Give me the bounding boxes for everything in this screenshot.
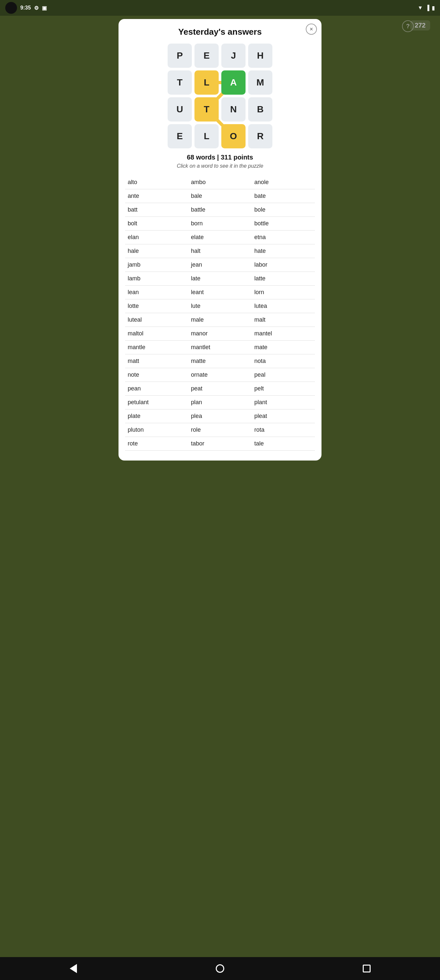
- status-right: ▼ ▐ ▮: [418, 5, 435, 11]
- word-item[interactable]: ante: [125, 189, 188, 203]
- word-item[interactable]: hate: [252, 244, 315, 258]
- status-bar: 9:35 ⚙ ▣ ▼ ▐ ▮: [0, 0, 440, 16]
- hint-line: Click on a word to see it in the puzzle: [125, 163, 315, 169]
- word-item[interactable]: bole: [252, 203, 315, 217]
- word-item[interactable]: ornate: [188, 368, 251, 382]
- letter-cell-T-2-1[interactable]: T: [194, 97, 219, 121]
- stats-line: 68 words | 311 points: [125, 154, 315, 161]
- wifi-icon: ▼: [418, 5, 423, 11]
- word-item[interactable]: lotte: [125, 299, 188, 313]
- word-item[interactable]: lorn: [252, 286, 315, 299]
- word-item[interactable]: mantle: [125, 340, 188, 355]
- word-item[interactable]: latte: [252, 272, 315, 286]
- word-item[interactable]: leant: [188, 286, 251, 299]
- settings-icon: ⚙: [34, 5, 39, 11]
- recents-button[interactable]: [359, 960, 375, 977]
- word-item[interactable]: petulant: [125, 396, 188, 409]
- word-item[interactable]: bolt: [125, 217, 188, 231]
- word-item[interactable]: mate: [252, 340, 315, 355]
- letter-cell-T-1-0[interactable]: T: [168, 70, 192, 95]
- word-item[interactable]: rote: [125, 437, 188, 451]
- word-item[interactable]: born: [188, 217, 251, 231]
- letter-cell-A-1-2[interactable]: A: [221, 70, 246, 95]
- word-item[interactable]: plan: [188, 396, 251, 409]
- word-item[interactable]: mantlet: [188, 340, 251, 355]
- word-item[interactable]: rota: [252, 423, 315, 437]
- word-item[interactable]: anole: [252, 175, 315, 189]
- word-item[interactable]: peal: [252, 368, 315, 382]
- screenshot-icon: ▣: [42, 5, 47, 11]
- word-item[interactable]: peat: [188, 382, 251, 396]
- back-button[interactable]: [65, 960, 81, 977]
- word-item[interactable]: matt: [125, 355, 188, 368]
- word-item[interactable]: tale: [252, 437, 315, 451]
- home-button[interactable]: [212, 960, 228, 977]
- word-item[interactable]: note: [125, 368, 188, 382]
- word-item[interactable]: matte: [188, 355, 251, 368]
- word-item[interactable]: elate: [188, 231, 251, 244]
- letter-cell-M-1-3[interactable]: M: [248, 70, 272, 95]
- word-item[interactable]: pean: [125, 382, 188, 396]
- letter-cell-N-2-2[interactable]: N: [221, 97, 246, 121]
- word-item[interactable]: late: [188, 272, 251, 286]
- word-item[interactable]: battle: [188, 203, 251, 217]
- word-item[interactable]: jean: [188, 258, 251, 272]
- letter-cell-L-3-1[interactable]: L: [194, 124, 219, 148]
- word-item[interactable]: labor: [252, 258, 315, 272]
- word-item[interactable]: ambo: [188, 175, 251, 189]
- word-item[interactable]: plate: [125, 409, 188, 423]
- word-item[interactable]: maltol: [125, 327, 188, 340]
- word-item[interactable]: male: [188, 313, 251, 327]
- word-item[interactable]: elan: [125, 231, 188, 244]
- letter-cell-H-0-3[interactable]: H: [248, 44, 272, 68]
- word-item[interactable]: manor: [188, 327, 251, 340]
- word-item[interactable]: nota: [252, 355, 315, 368]
- letter-cell-E-0-1[interactable]: E: [194, 44, 219, 68]
- word-item[interactable]: luteal: [125, 313, 188, 327]
- word-item[interactable]: lute: [188, 299, 251, 313]
- recents-icon: [363, 965, 370, 972]
- word-item[interactable]: bale: [188, 189, 251, 203]
- word-item[interactable]: jamb: [125, 258, 188, 272]
- letter-grid: PEJHTLAMUTNBELOR: [168, 44, 272, 148]
- letter-cell-P-0-0[interactable]: P: [168, 44, 192, 68]
- home-icon: [216, 964, 224, 973]
- word-item[interactable]: plea: [188, 409, 251, 423]
- word-item[interactable]: bottle: [252, 217, 315, 231]
- close-button[interactable]: ×: [306, 24, 317, 35]
- nav-bar: [0, 957, 440, 980]
- word-item[interactable]: lamb: [125, 272, 188, 286]
- word-item[interactable]: halt: [188, 244, 251, 258]
- word-item[interactable]: malt: [252, 313, 315, 327]
- word-item[interactable]: pleat: [252, 409, 315, 423]
- word-item[interactable]: mantel: [252, 327, 315, 340]
- notch: [5, 2, 17, 14]
- letter-cell-E-3-0[interactable]: E: [168, 124, 192, 148]
- signal-icon: ▐: [426, 5, 429, 11]
- word-item[interactable]: tabor: [188, 437, 251, 451]
- word-item[interactable]: lutea: [252, 299, 315, 313]
- word-item[interactable]: etna: [252, 231, 315, 244]
- word-item[interactable]: pelt: [252, 382, 315, 396]
- letter-cell-R-3-3[interactable]: R: [248, 124, 272, 148]
- battery-icon: ▮: [432, 5, 435, 11]
- word-item[interactable]: lean: [125, 286, 188, 299]
- letter-cell-O-3-2[interactable]: O: [221, 124, 246, 148]
- modal-overlay: × Yesterday's answers PEJHTLAMUTNBELOR 6…: [0, 16, 440, 957]
- letter-cell-L-1-1[interactable]: L: [194, 70, 219, 95]
- word-item[interactable]: plant: [252, 396, 315, 409]
- word-item[interactable]: batt: [125, 203, 188, 217]
- word-item[interactable]: alto: [125, 175, 188, 189]
- word-item[interactable]: pluton: [125, 423, 188, 437]
- letter-cell-U-2-0[interactable]: U: [168, 97, 192, 121]
- word-item[interactable]: bate: [252, 189, 315, 203]
- word-item[interactable]: hale: [125, 244, 188, 258]
- word-list: altoamboanoleantebalebatebattbattleboleb…: [125, 175, 315, 451]
- letter-cell-B-2-3[interactable]: B: [248, 97, 272, 121]
- word-item[interactable]: role: [188, 423, 251, 437]
- back-icon: [70, 964, 77, 973]
- answers-modal: × Yesterday's answers PEJHTLAMUTNBELOR 6…: [119, 19, 321, 461]
- letter-cell-J-0-2[interactable]: J: [221, 44, 246, 68]
- status-left: 9:35 ⚙ ▣: [5, 2, 47, 14]
- modal-title: Yesterday's answers: [125, 27, 315, 37]
